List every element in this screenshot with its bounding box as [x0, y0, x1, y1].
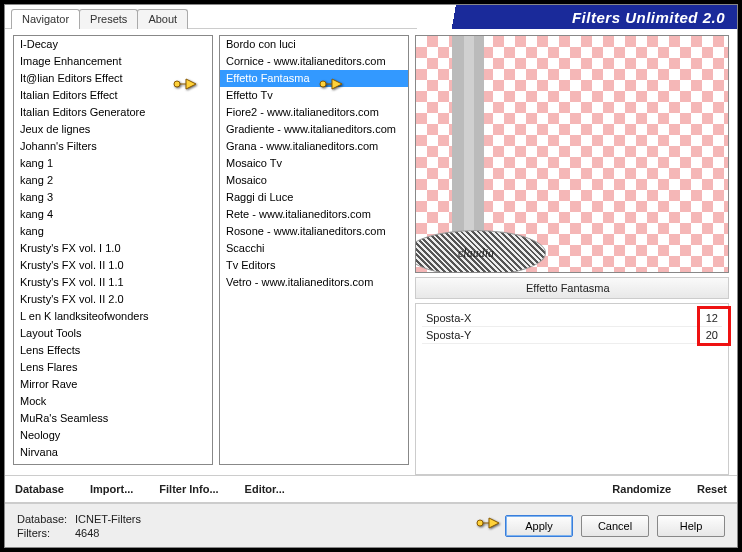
right-pane: claudia Effetto Fantasma Sposta-X12Spost…	[415, 35, 729, 475]
param-value[interactable]: 12	[706, 312, 718, 324]
cancel-button[interactable]: Cancel	[581, 515, 649, 537]
list-item[interactable]: kang	[14, 223, 212, 240]
watermark: claudia	[415, 230, 546, 273]
effect-name-bar: Effetto Fantasma	[415, 277, 729, 299]
list-item[interactable]: Krusty's FX vol. II 1.1	[14, 274, 212, 291]
reset-button[interactable]: Reset	[697, 483, 727, 495]
param-value[interactable]: 20	[706, 329, 718, 341]
list-item[interactable]: Raggi di Luce	[220, 189, 408, 206]
param-row[interactable]: Sposta-Y20	[422, 327, 722, 344]
svg-point-2	[477, 520, 483, 526]
list-item[interactable]: Krusty's FX vol. I 1.0	[14, 240, 212, 257]
list-item[interactable]: Fiore2 - www.italianeditors.com	[220, 104, 408, 121]
footer-info: Database:ICNET-Filters Filters:4648	[17, 512, 141, 540]
param-row[interactable]: Sposta-X12	[422, 310, 722, 327]
list-item[interactable]: Lens Effects	[14, 342, 212, 359]
database-button[interactable]: Database	[15, 483, 64, 495]
app-title: Filters Unlimited 2.0	[417, 5, 737, 29]
pointer-hand-icon	[172, 75, 198, 93]
content-area: I-DecayImage EnhancementIt@lian Editors …	[5, 29, 737, 475]
list-item[interactable]: Neology	[14, 427, 212, 444]
list-item[interactable]: Scacchi	[220, 240, 408, 257]
list-item[interactable]: Krusty's FX vol. II 1.0	[14, 257, 212, 274]
list-item[interactable]: kang 3	[14, 189, 212, 206]
db-value: ICNET-Filters	[75, 513, 141, 525]
list-item[interactable]: Mosaico Tv	[220, 155, 408, 172]
pointer-hand-icon	[318, 75, 344, 93]
filter-info-button[interactable]: Filter Info...	[159, 483, 218, 495]
list-item[interactable]: Mosaico	[220, 172, 408, 189]
svg-point-0	[174, 81, 180, 87]
category-list[interactable]: I-DecayImage EnhancementIt@lian Editors …	[13, 35, 213, 465]
param-name: Sposta-X	[426, 312, 471, 324]
svg-point-1	[320, 81, 326, 87]
list-item[interactable]: L en K landksiteofwonders	[14, 308, 212, 325]
list-item[interactable]: Grana - www.italianeditors.com	[220, 138, 408, 155]
tab-navigator[interactable]: Navigator	[11, 9, 80, 29]
list-item[interactable]: kang 2	[14, 172, 212, 189]
filter-list[interactable]: Bordo con luciCornice - www.italianedito…	[219, 35, 409, 465]
list-item[interactable]: Nirvana	[14, 444, 212, 461]
randomize-button[interactable]: Randomize	[612, 483, 671, 495]
preview-canvas: claudia	[415, 35, 729, 273]
apply-wrap: Apply	[505, 515, 573, 537]
list-item[interactable]: Rosone - www.italianeditors.com	[220, 223, 408, 240]
list-item[interactable]: Lens Flares	[14, 359, 212, 376]
titlebar: NavigatorPresetsAbout Filters Unlimited …	[5, 5, 737, 29]
help-button[interactable]: Help	[657, 515, 725, 537]
tab-presets[interactable]: Presets	[79, 9, 138, 29]
list-item[interactable]: MuRa's Seamless	[14, 410, 212, 427]
param-name: Sposta-Y	[426, 329, 471, 341]
list-item[interactable]: Rete - www.italianeditors.com	[220, 206, 408, 223]
list-item[interactable]: Effetto Fantasma	[220, 70, 408, 87]
list-item[interactable]: Bordo con luci	[220, 36, 408, 53]
list-item[interactable]: Tv Editors	[220, 257, 408, 274]
list-item[interactable]: Layout Tools	[14, 325, 212, 342]
filters-label: Filters:	[17, 526, 75, 540]
list-item[interactable]: Effetto Tv	[220, 87, 408, 104]
list-item[interactable]: Krusty's FX vol. II 2.0	[14, 291, 212, 308]
list-item[interactable]: I-Decay	[14, 36, 212, 53]
footer: Database:ICNET-Filters Filters:4648 Appl…	[5, 503, 737, 547]
parameter-panel: Sposta-X12Sposta-Y20	[415, 303, 729, 475]
list-item[interactable]: Italian Editors Generatore	[14, 104, 212, 121]
list-item[interactable]: kang 1	[14, 155, 212, 172]
list-item[interactable]: Jeux de lignes	[14, 121, 212, 138]
editor-button[interactable]: Editor...	[245, 483, 285, 495]
list-item[interactable]: Vetro - www.italianeditors.com	[220, 274, 408, 291]
tab-about[interactable]: About	[137, 9, 188, 29]
list-item[interactable]: kang 4	[14, 206, 212, 223]
pointer-hand-icon	[475, 514, 501, 532]
mid-toolbar: Database Import... Filter Info... Editor…	[5, 475, 737, 503]
import-button[interactable]: Import...	[90, 483, 133, 495]
db-label: Database:	[17, 512, 75, 526]
list-item[interactable]: Johann's Filters	[14, 138, 212, 155]
list-item[interactable]: Image Enhancement	[14, 53, 212, 70]
list-item[interactable]: Mirror Rave	[14, 376, 212, 393]
tabs: NavigatorPresetsAbout	[11, 9, 187, 29]
apply-button[interactable]: Apply	[505, 515, 573, 537]
app-window: NavigatorPresetsAbout Filters Unlimited …	[4, 4, 738, 548]
main: I-DecayImage EnhancementIt@lian Editors …	[5, 29, 737, 547]
list-item[interactable]: Mock	[14, 393, 212, 410]
filters-value: 4648	[75, 527, 99, 539]
list-item[interactable]: Gradiente - www.italianeditors.com	[220, 121, 408, 138]
list-item[interactable]: Cornice - www.italianeditors.com	[220, 53, 408, 70]
